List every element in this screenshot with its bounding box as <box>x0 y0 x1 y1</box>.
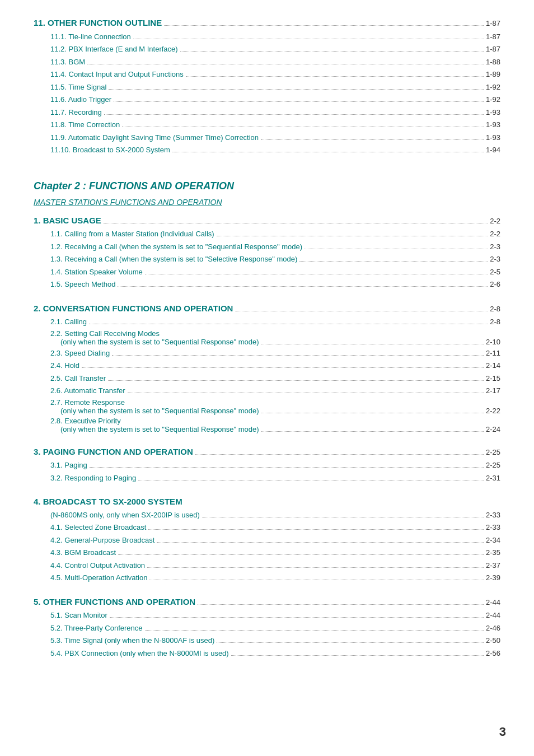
item-line1: 2.2. Setting Call Receiving Modes <box>50 329 500 338</box>
item-dots <box>261 139 484 140</box>
section-4-items: 4.1. Selected Zone Broadcast2-334.2. Gen… <box>34 522 500 584</box>
list-item: 11.8. Time Correction1-93 <box>34 119 500 130</box>
item-dots <box>118 286 488 287</box>
list-item: 2.1. Calling2-8 <box>34 316 500 328</box>
item-dots <box>128 393 484 393</box>
list-item: 2.6. Automatic Transfer2-17 <box>34 385 500 396</box>
item-dots <box>110 617 484 618</box>
item-dots <box>186 76 484 77</box>
section-5: 5. OTHER FUNCTIONS AND OPERATION 2-44 5.… <box>34 596 500 659</box>
item-page: 2-17 <box>486 385 500 396</box>
section-4-subheading-row: (N-8600MS only, only when SX-200IP is us… <box>34 510 500 521</box>
section-2-header: 2. CONVERSATION FUNCTIONS AND OPERATION … <box>34 302 500 315</box>
item-page: 2-50 <box>486 635 500 646</box>
item-page: 2-8 <box>490 316 500 328</box>
section-3-header: 3. PAGING FUNCTION AND OPERATION 2-25 <box>34 446 500 459</box>
item-page: 1-88 <box>486 57 500 68</box>
item-dots <box>145 630 484 631</box>
section-2: 2. CONVERSATION FUNCTIONS AND OPERATION … <box>34 302 500 433</box>
item-page: 2-3 <box>490 241 500 253</box>
list-item: 5.1. Scan Monitor2-44 <box>34 610 500 621</box>
item-page: 2-10 <box>486 338 500 346</box>
section-3-page: 2-25 <box>486 447 500 458</box>
item-dots <box>172 152 484 152</box>
item-page: 2-6 <box>490 279 500 290</box>
item-page: 2-2 <box>490 228 500 240</box>
section-5-dots <box>198 604 484 605</box>
item-page: 1-94 <box>486 144 500 156</box>
section-2-page: 2-8 <box>490 304 500 315</box>
item-page: 2-35 <box>486 547 500 558</box>
section-5-items: 5.1. Scan Monitor2-445.2. Three-Party Co… <box>34 610 500 659</box>
item-page: 1-93 <box>486 107 500 118</box>
item-subtitle: (only when the system is set to "Sequent… <box>60 338 259 346</box>
list-item: 1.4. Station Speaker Volume2-5 <box>34 267 500 278</box>
item-dots <box>261 431 484 432</box>
item-title: 3.1. Paging <box>50 460 87 471</box>
item-title: 1.1. Calling from a Master Station (Indi… <box>50 228 214 240</box>
item-title: 11.9. Automatic Daylight Saving Time (Su… <box>50 132 259 143</box>
item-page: 1-92 <box>486 94 500 105</box>
item-page: 2-39 <box>486 572 500 584</box>
section-4: 4. BROADCAST TO SX-2000 SYSTEM (N-8600MS… <box>34 496 500 584</box>
item-title: 11.4. Contact Input and Output Functions <box>50 69 184 80</box>
list-item: 11.10. Broadcast to SX-2000 System1-94 <box>34 144 500 156</box>
section-11-items: 11.1. Tie-line Connection1-8711.2. PBX I… <box>34 31 500 156</box>
list-item: 2.4. Hold2-14 <box>34 360 500 371</box>
section-3: 3. PAGING FUNCTION AND OPERATION 2-25 3.… <box>34 446 500 484</box>
list-item: 5.2. Three-Party Conference2-46 <box>34 623 500 634</box>
section-3-items: 3.1. Paging2-253.2. Responding to Paging… <box>34 460 500 483</box>
item-page: 2-3 <box>490 254 500 265</box>
section-3-title: 3. PAGING FUNCTION AND OPERATION <box>34 446 193 459</box>
item-title: 1.4. Station Speaker Volume <box>50 267 143 278</box>
master-station-heading: MASTER STATION'S FUNCTIONS AND OPERATION <box>34 198 500 207</box>
item-title: 4.4. Control Output Activation <box>50 560 145 571</box>
list-item: 3.1. Paging2-25 <box>34 460 500 471</box>
list-item-multiline: 2.2. Setting Call Receiving Modes(only w… <box>34 329 500 346</box>
item-line2: (only when the system is set to "Sequent… <box>50 338 500 346</box>
item-title: 4.1. Selected Zone Broadcast <box>50 522 146 533</box>
list-item: 1.3. Receiving a Call (when the system i… <box>34 254 500 265</box>
list-item: 3.2. Responding to Paging2-31 <box>34 473 500 484</box>
list-item: 11.5. Time Signal1-92 <box>34 82 500 93</box>
item-page: 2-5 <box>490 267 500 278</box>
item-page: 1-93 <box>486 132 500 143</box>
list-item: 11.7. Recording1-93 <box>34 107 500 118</box>
item-title: 11.1. Tie-line Connection <box>50 31 131 43</box>
item-dots <box>133 39 484 39</box>
list-item: 11.3. BGM1-88 <box>34 57 500 68</box>
item-page: 2-31 <box>486 473 500 484</box>
page-number: 3 <box>499 725 506 739</box>
section-4-header: 4. BROADCAST TO SX-2000 SYSTEM <box>34 496 500 508</box>
item-subtitle: (only when the system is set to "Sequent… <box>60 407 259 415</box>
item-dots <box>145 274 488 274</box>
item-page: 1-93 <box>486 119 500 130</box>
item-title: 2.1. Calling <box>50 316 87 328</box>
item-dots <box>112 355 484 356</box>
item-page: 2-22 <box>486 407 500 415</box>
item-title: 5.2. Three-Party Conference <box>50 623 143 634</box>
list-item: 11.1. Tie-line Connection1-87 <box>34 31 500 43</box>
item-page: 2-46 <box>486 623 500 634</box>
item-dots <box>122 127 484 127</box>
item-title: 2.6. Automatic Transfer <box>50 385 125 396</box>
item-page: 1-92 <box>486 82 500 93</box>
section-1-title: 1. BASIC USAGE <box>34 214 101 227</box>
item-dots <box>108 380 484 381</box>
section-2-dots <box>235 311 488 311</box>
item-subtitle: (only when the system is set to "Sequent… <box>60 425 259 433</box>
section-11: 11. OTHER FUNCTION OUTLINE 1-87 11.1. Ti… <box>34 17 500 156</box>
item-page: 2-15 <box>486 373 500 384</box>
item-dots <box>90 467 484 468</box>
list-item-multiline: 2.7. Remote Response(only when the syste… <box>34 398 500 415</box>
section-3-dots <box>195 454 484 455</box>
item-dots <box>217 642 484 643</box>
list-item: 2.5. Call Transfer2-15 <box>34 373 500 384</box>
item-dots <box>82 367 484 368</box>
item-dots <box>87 64 484 64</box>
item-dots <box>180 51 484 52</box>
item-title: 2.5. Call Transfer <box>50 373 106 384</box>
list-item: 1.5. Speech Method2-6 <box>34 279 500 290</box>
item-line2: (only when the system is set to "Sequent… <box>50 425 500 433</box>
list-item: 4.4. Control Output Activation2-37 <box>34 560 500 571</box>
